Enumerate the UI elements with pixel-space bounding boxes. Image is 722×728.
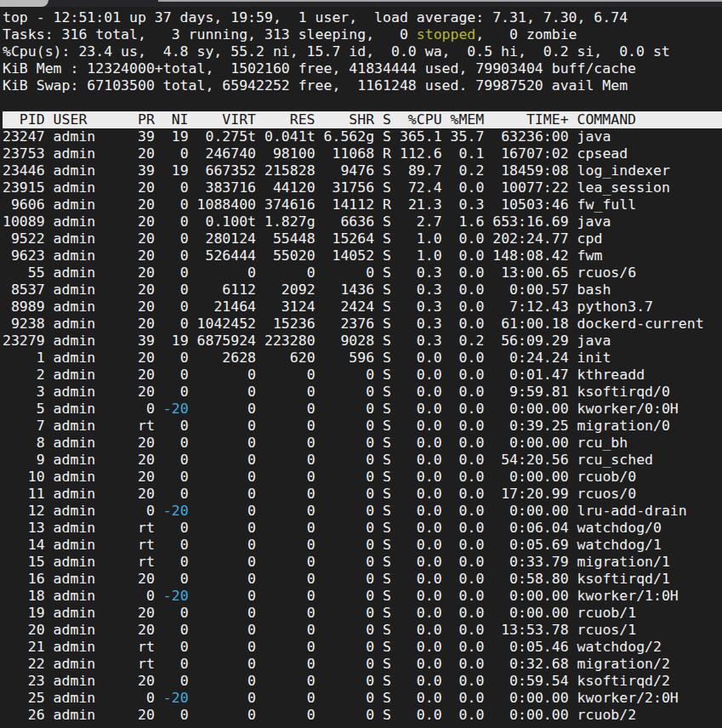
cell-cpu: 0.3 [400, 264, 451, 281]
cell-pr: 20 [129, 571, 163, 587]
cell-mem: 0.0 [451, 230, 493, 247]
process-row: 13 admin rt 0 0 0 0 S 0.0 0.0 0:06.04 wa… [3, 520, 722, 537]
cell-command: init [577, 350, 611, 366]
cell-virt: 0.275t [197, 128, 264, 145]
cell-s: S [383, 179, 400, 196]
cell-shr: 0 [324, 537, 384, 553]
cell-ni: 0 [163, 554, 197, 570]
cell-pid: 8537 [3, 282, 54, 298]
cell-time: 653:16.69 [492, 213, 577, 230]
cell-user: admin [54, 128, 129, 145]
cell-time: 0:00.00 [492, 707, 577, 723]
cell-pr: 20 [129, 673, 163, 689]
cell-cpu: 0.0 [400, 554, 451, 570]
cell-pid: 25 [3, 690, 54, 706]
cell-time: 0:39.25 [492, 418, 577, 434]
cell-user: admin [54, 486, 129, 502]
cell-command: java [577, 128, 611, 145]
cell-pid: 10 [3, 469, 54, 485]
cell-shr: 0 [324, 554, 384, 570]
cell-user: admin [54, 520, 129, 536]
summary-text-segment: KiB Swap: 67103500 total, 65942252 free,… [3, 77, 628, 94]
cell-pid: 23915 [3, 179, 54, 196]
cell-shr: 0 [324, 588, 384, 604]
process-row: 19 admin 20 0 0 0 0 S 0.0 0.0 0:00.00 rc… [3, 605, 722, 622]
cell-ni: -20 [163, 503, 197, 519]
cell-ni: 0 [163, 707, 197, 723]
cell-pr: 20 [129, 264, 163, 281]
process-row: 20 admin 20 0 0 0 0 S 0.0 0.0 13:53.78 r… [3, 622, 722, 639]
cell-time: 56:09.29 [492, 333, 577, 349]
cell-s: S [383, 588, 400, 604]
cell-pr: 39 [129, 128, 163, 145]
cell-res: 0 [264, 469, 324, 485]
cell-cpu: 0.0 [400, 486, 451, 502]
cell-pr: 0 [129, 503, 163, 519]
cell-virt: 0 [197, 707, 264, 723]
cell-mem: 0.0 [451, 639, 493, 655]
cell-command: java [577, 333, 611, 349]
cell-time: 13:53.78 [492, 622, 577, 638]
terminal-output[interactable]: top - 12:51:01 up 37 days, 19:59, 1 user… [0, 7, 722, 724]
cell-res: 0 [264, 707, 324, 723]
cell-s: S [383, 213, 400, 230]
cell-res: 2092 [264, 282, 324, 298]
cell-mem: 0.0 [451, 350, 493, 366]
cell-cpu: 1.0 [400, 247, 451, 264]
cell-cpu: 0.0 [400, 469, 451, 485]
cell-virt: 0 [197, 656, 264, 672]
cell-res: 15236 [264, 316, 324, 332]
cell-command: kworker/1:0H [577, 588, 679, 604]
cell-s: S [383, 162, 400, 179]
process-row: 22 admin rt 0 0 0 0 S 0.0 0.0 0:32.68 mi… [3, 656, 722, 673]
cell-user: admin [54, 230, 129, 247]
cell-shr: 14052 [324, 247, 384, 264]
cell-mem: 0.0 [451, 435, 493, 451]
process-row: 8989 admin 20 0 21464 3124 2424 S 0.3 0.… [3, 299, 722, 316]
cell-res: 0 [264, 435, 324, 451]
cell-virt: 0 [197, 520, 264, 536]
cell-shr: 31756 [324, 179, 384, 196]
cell-time: 18459:08 [492, 162, 577, 179]
cell-pr: 20 [129, 350, 163, 366]
cell-pr: 20 [129, 707, 163, 723]
cell-res: 0 [264, 605, 324, 621]
process-row: 10 admin 20 0 0 0 0 S 0.0 0.0 0:00.00 rc… [3, 469, 722, 486]
cell-pr: 20 [129, 230, 163, 247]
process-row: 9 admin 20 0 0 0 0 S 0.0 0.0 54:20.56 rc… [3, 452, 722, 469]
cell-time: 9:59.81 [492, 384, 577, 400]
process-row: 3 admin 20 0 0 0 0 S 0.0 0.0 9:59.81 kso… [3, 384, 722, 401]
cell-shr: 0 [324, 264, 384, 281]
cell-s: S [383, 401, 400, 417]
cell-shr: 0 [324, 435, 384, 451]
cell-pid: 2 [3, 367, 54, 383]
cell-virt: 0 [197, 418, 264, 434]
cell-pr: rt [129, 639, 163, 655]
window-tab[interactable] [0, 0, 48, 7]
cell-res: 55020 [264, 247, 324, 264]
cell-ni: 0 [163, 418, 197, 434]
cell-ni: 0 [163, 605, 197, 621]
cell-res: 0 [264, 571, 324, 587]
cell-user: admin [54, 639, 129, 655]
cell-command: rcuob/2 [577, 707, 637, 723]
process-row: 9623 admin 20 0 526444 55020 14052 S 1.0… [3, 247, 722, 264]
cell-user: admin [54, 247, 129, 264]
cell-ni: 0 [163, 230, 197, 247]
cell-time: 0:00.00 [492, 588, 577, 604]
cell-user: admin [54, 571, 129, 587]
cell-ni: -20 [163, 588, 197, 604]
cell-user: admin [54, 401, 129, 417]
cell-ni: 0 [163, 282, 197, 298]
cell-cpu: 0.0 [400, 537, 451, 553]
cell-mem: 0.0 [451, 486, 493, 502]
cell-s: R [383, 196, 400, 213]
cell-pid: 20 [3, 622, 54, 638]
cell-shr: 0 [324, 571, 384, 587]
cell-command: rcuos/6 [577, 264, 637, 281]
cell-pid: 18 [3, 588, 54, 604]
cell-ni: 0 [163, 656, 197, 672]
cell-mem: 0.0 [451, 179, 493, 196]
cell-cpu: 0.0 [400, 588, 451, 604]
cell-command: kthreadd [577, 367, 645, 383]
